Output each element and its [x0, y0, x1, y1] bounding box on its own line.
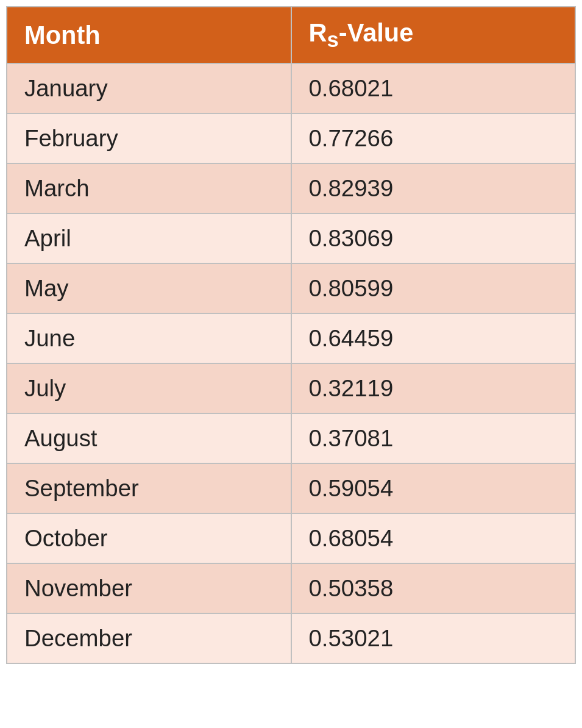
- table-row: September0.59054: [7, 463, 575, 513]
- cell-value: 0.80599: [291, 263, 576, 313]
- cell-month: July: [7, 363, 291, 413]
- header-value: Rs-Value: [291, 7, 576, 63]
- cell-month: February: [7, 113, 291, 163]
- cell-month: June: [7, 313, 291, 363]
- cell-value: 0.37081: [291, 413, 576, 463]
- data-table: Month Rs-Value January0.68021February0.7…: [6, 6, 576, 664]
- header-month: Month: [7, 7, 291, 63]
- cell-month: March: [7, 163, 291, 213]
- cell-value: 0.32119: [291, 363, 576, 413]
- table-container: Month Rs-Value January0.68021February0.7…: [0, 0, 582, 670]
- cell-month: December: [7, 613, 291, 663]
- table-row: March0.82939: [7, 163, 575, 213]
- cell-month: January: [7, 63, 291, 113]
- cell-value: 0.83069: [291, 213, 576, 263]
- cell-value: 0.68054: [291, 513, 576, 563]
- table-row: October0.68054: [7, 513, 575, 563]
- cell-month: September: [7, 463, 291, 513]
- table-row: July0.32119: [7, 363, 575, 413]
- table-row: January0.68021: [7, 63, 575, 113]
- table-row: August0.37081: [7, 413, 575, 463]
- cell-month: August: [7, 413, 291, 463]
- cell-month: May: [7, 263, 291, 313]
- table-row: June0.64459: [7, 313, 575, 363]
- cell-value: 0.50358: [291, 563, 576, 613]
- table-row: December0.53021: [7, 613, 575, 663]
- cell-month: April: [7, 213, 291, 263]
- cell-month: November: [7, 563, 291, 613]
- cell-value: 0.77266: [291, 113, 576, 163]
- cell-value: 0.64459: [291, 313, 576, 363]
- cell-value: 0.59054: [291, 463, 576, 513]
- table-row: February0.77266: [7, 113, 575, 163]
- table-row: November0.50358: [7, 563, 575, 613]
- cell-value: 0.68021: [291, 63, 576, 113]
- table-row: May0.80599: [7, 263, 575, 313]
- cell-value: 0.53021: [291, 613, 576, 663]
- table-row: April0.83069: [7, 213, 575, 263]
- cell-value: 0.82939: [291, 163, 576, 213]
- cell-month: October: [7, 513, 291, 563]
